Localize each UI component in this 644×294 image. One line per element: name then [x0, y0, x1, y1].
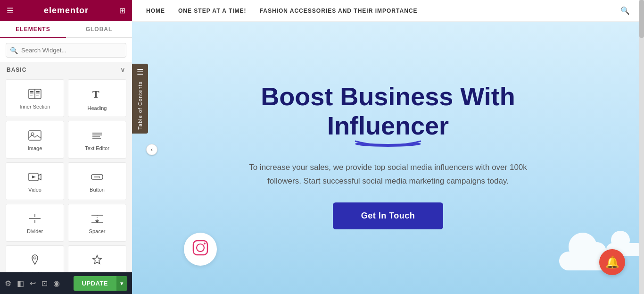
widget-text-editor[interactable]: Text Editor	[68, 121, 126, 159]
widget-divider-label: Divider	[27, 228, 43, 234]
svg-rect-7	[36, 95, 39, 96]
svg-rect-5	[36, 91, 40, 92]
panel-header: ☰ elementor ⊞	[0, 0, 132, 21]
template-icon[interactable]: ⊡	[41, 279, 48, 288]
tab-global[interactable]: GLOBAL	[66, 21, 132, 38]
widget-spacer-label: Spacer	[89, 228, 106, 234]
nav-link-home[interactable]: HOME	[146, 8, 165, 14]
widget-divider[interactable]: Divider	[6, 204, 64, 242]
preview-icon[interactable]: ◉	[53, 279, 60, 288]
svg-rect-3	[30, 93, 33, 94]
svg-rect-9	[29, 131, 41, 140]
update-button[interactable]: UPDATE	[74, 276, 116, 291]
svg-rect-6	[36, 93, 40, 94]
icon-widget-icon	[91, 254, 103, 268]
grid-icon[interactable]: ⊞	[119, 6, 125, 15]
elementor-logo: elementor	[44, 6, 89, 16]
svg-rect-4	[30, 95, 33, 96]
right-content: HOME ONE STEP AT A TIME! FASHION ACCESSO…	[132, 0, 644, 294]
panel-tabs: ELEMENTS GLOBAL	[0, 21, 132, 38]
instagram-icon	[192, 239, 209, 260]
widget-google-maps[interactable]: Google Maps	[6, 245, 64, 272]
update-dropdown-button[interactable]: ▾	[116, 276, 127, 291]
svg-text:T: T	[92, 88, 99, 100]
widget-button[interactable]: Button	[68, 162, 126, 200]
layers-icon[interactable]: ◧	[17, 279, 24, 288]
bottom-toolbar: ⚙ ◧ ↩ ⊡ ◉ UPDATE ▾	[0, 272, 132, 294]
toolbar-icons: ⚙ ◧ ↩ ⊡ ◉	[5, 279, 60, 288]
hero-subtitle: To increase your sales, we provide top s…	[247, 161, 529, 188]
widget-icon[interactable]: Icon	[68, 245, 126, 272]
svg-point-30	[204, 243, 206, 244]
toc-label: Table of Contents	[137, 81, 143, 130]
search-icon: 🔍	[10, 47, 18, 54]
basic-section-label: BASIC ∨	[0, 62, 132, 77]
maps-icon	[29, 254, 41, 268]
divider-icon	[28, 213, 41, 226]
instagram-bubble	[184, 233, 217, 266]
widget-inner-section-label: Inner Section	[20, 104, 50, 109]
scrollbar-thumb[interactable]	[639, 0, 644, 38]
hero-section: Boost Business With Influencer To increa…	[132, 22, 644, 294]
nav-link-fashion[interactable]: FASHION ACCESSORIES AND THEIR IMPORTANCE	[260, 8, 418, 14]
top-nav: HOME ONE STEP AT A TIME! FASHION ACCESSO…	[132, 0, 644, 22]
toc-sidebar[interactable]: ☰ Table of Contents	[132, 64, 148, 134]
nav-search-icon[interactable]: 🔍	[620, 6, 630, 15]
settings-icon[interactable]: ⚙	[5, 279, 11, 288]
widget-video-label: Video	[28, 187, 41, 193]
inner-section-icon	[28, 89, 41, 101]
basic-label-text: BASIC	[7, 67, 26, 73]
widget-spacer[interactable]: Spacer	[68, 204, 126, 242]
hamburger-icon[interactable]: ☰	[7, 6, 13, 15]
update-btn-wrap: UPDATE ▾	[74, 276, 127, 291]
nav-links: HOME ONE STEP AT A TIME! FASHION ACCESSO…	[146, 8, 417, 14]
spacer-icon	[91, 213, 104, 226]
widget-heading[interactable]: T Heading	[68, 79, 126, 117]
search-bar: 🔍	[0, 38, 132, 62]
nav-link-one-step[interactable]: ONE STEP AT A TIME!	[178, 8, 247, 14]
hero-title-line2: Influencer	[261, 111, 515, 140]
heading-icon: T	[91, 87, 104, 102]
widget-heading-label: Heading	[88, 105, 107, 111]
hero-title-line1: Boost Business With	[261, 82, 515, 110]
hero-title: Boost Business With Influencer	[261, 82, 515, 140]
svg-rect-28	[193, 241, 207, 255]
search-input[interactable]	[6, 43, 126, 58]
bell-bubble: 🔔	[599, 249, 625, 275]
widget-text-editor-label: Text Editor	[85, 145, 109, 151]
svg-marker-16	[32, 176, 36, 178]
widget-image[interactable]: Image	[6, 121, 64, 159]
image-icon	[28, 130, 41, 143]
widget-video[interactable]: Video	[6, 162, 64, 200]
widget-grid: Inner Section T Heading Image	[0, 77, 132, 272]
bell-icon: 🔔	[605, 256, 619, 269]
svg-point-27	[34, 257, 36, 259]
panel-collapse-button[interactable]: ‹	[146, 144, 157, 155]
chevron-left-icon: ‹	[151, 146, 153, 153]
toc-icon: ☰	[137, 67, 143, 76]
svg-point-29	[197, 244, 204, 252]
widget-button-label: Button	[90, 187, 105, 193]
text-editor-icon	[91, 130, 104, 143]
svg-rect-2	[30, 91, 33, 92]
button-icon	[91, 172, 104, 184]
widget-inner-section[interactable]: Inner Section	[6, 79, 64, 117]
tab-elements[interactable]: ELEMENTS	[0, 21, 66, 38]
left-panel: ☰ elementor ⊞ ELEMENTS GLOBAL 🔍 BASIC ∨	[0, 0, 132, 294]
scrollbar[interactable]	[639, 0, 644, 294]
widget-image-label: Image	[28, 145, 42, 151]
chevron-down-icon[interactable]: ∨	[120, 66, 125, 74]
video-icon	[28, 172, 41, 184]
hero-cta-button[interactable]: Get In Touch	[333, 202, 444, 229]
undo-icon[interactable]: ↩	[30, 279, 36, 288]
